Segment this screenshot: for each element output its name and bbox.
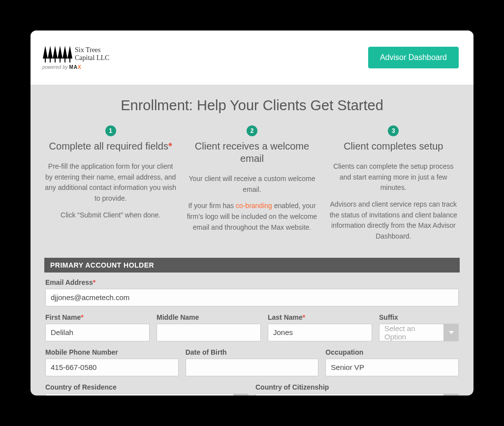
step-1: 1 Complete all required fields* Pre-fill… bbox=[44, 125, 177, 248]
first-name-label: First Name* bbox=[45, 313, 150, 321]
step-badge: 1 bbox=[105, 125, 116, 136]
suffix-value: Select an Option bbox=[379, 324, 444, 341]
trees-icon bbox=[42, 46, 72, 62]
country-citizenship-label: Country of Citizenship bbox=[255, 383, 459, 391]
step-2: 2 Client receives a welcome email Your c… bbox=[186, 125, 318, 248]
suffix-label: Suffix bbox=[379, 313, 459, 321]
chevron-down-icon[interactable] bbox=[234, 394, 249, 396]
chevron-down-icon[interactable] bbox=[444, 324, 459, 341]
country-residence-label: Country of Residence bbox=[45, 383, 249, 391]
header: Six Trees Capital LLC powered by MAX Adv… bbox=[31, 30, 473, 85]
brand-text: Six Trees Capital LLC bbox=[75, 46, 109, 61]
middle-name-label: Middle Name bbox=[157, 313, 261, 321]
step-3: 3 Client completes setup Clients can com… bbox=[327, 125, 460, 248]
brand-line1: Six Trees bbox=[75, 46, 109, 54]
mobile-field[interactable] bbox=[45, 359, 179, 376]
co-branding-link[interactable]: co-branding bbox=[236, 202, 272, 210]
step-badge: 3 bbox=[388, 125, 399, 136]
step-title: Client completes setup bbox=[327, 140, 460, 152]
email-label: Email Address* bbox=[45, 278, 459, 286]
country-citizenship-value: United States bbox=[255, 394, 444, 396]
app-window: Six Trees Capital LLC powered by MAX Adv… bbox=[31, 30, 473, 396]
form: Email Address* First Name* Middle Name bbox=[44, 278, 460, 396]
steps-row: 1 Complete all required fields* Pre-fill… bbox=[44, 125, 460, 248]
content: Enrollment: Help Your Clients Get Starte… bbox=[31, 85, 473, 396]
country-residence-value: United States bbox=[45, 394, 234, 396]
last-name-label: Last Name* bbox=[268, 313, 372, 321]
dob-field[interactable] bbox=[186, 359, 319, 376]
advisor-dashboard-button[interactable]: Advisor Dashboard bbox=[368, 47, 459, 68]
powered-by: powered by MAX bbox=[42, 64, 82, 70]
chevron-down-icon[interactable] bbox=[444, 394, 459, 396]
section-header: PRIMARY ACCOUNT HOLDER bbox=[44, 258, 460, 273]
mobile-label: Mobile Phone Number bbox=[45, 348, 179, 356]
first-name-field[interactable] bbox=[45, 324, 150, 341]
country-citizenship-select[interactable]: United States ✕ bbox=[255, 394, 459, 396]
step-body: Your client will receive a custom welcom… bbox=[186, 174, 318, 233]
occupation-field[interactable] bbox=[325, 359, 459, 376]
middle-name-field[interactable] bbox=[157, 324, 261, 341]
step-badge: 2 bbox=[247, 125, 257, 136]
occupation-label: Occupation bbox=[325, 348, 459, 356]
step-title: Client receives a welcome email bbox=[186, 140, 318, 165]
step-body: Pre-fill the application form for your c… bbox=[44, 161, 177, 220]
dob-label: Date of Birth bbox=[186, 348, 319, 356]
country-residence-select[interactable]: United States ✕ bbox=[45, 394, 249, 396]
suffix-select[interactable]: Select an Option bbox=[379, 324, 459, 341]
step-body: Clients can complete the setup process a… bbox=[327, 161, 460, 242]
brand-line2: Capital LLC bbox=[75, 54, 109, 61]
step-title: Complete all required fields* bbox=[44, 140, 177, 152]
email-field[interactable] bbox=[45, 289, 459, 306]
last-name-field[interactable] bbox=[268, 324, 372, 341]
brand-logo: Six Trees Capital LLC powered by MAX bbox=[42, 46, 109, 70]
page-title: Enrollment: Help Your Clients Get Starte… bbox=[44, 97, 460, 114]
